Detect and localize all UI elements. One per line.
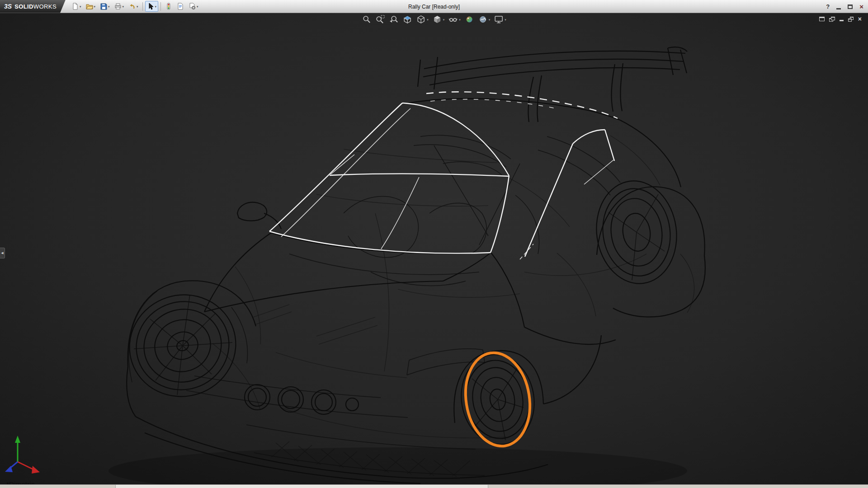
- heads-up-view-toolbar: ▾ ▾ ▾: [360, 14, 508, 25]
- model-viewport[interactable]: [0, 0, 868, 488]
- rebuild-button[interactable]: [163, 1, 174, 12]
- window-title: Rally Car [Read-only]: [408, 4, 460, 10]
- toolbar-separator: [142, 2, 143, 11]
- help-button[interactable]: ?: [826, 3, 830, 10]
- window-restore-icon[interactable]: [848, 17, 854, 22]
- print-button[interactable]: ▾: [113, 1, 126, 12]
- select-cursor-icon: [147, 3, 154, 10]
- close-button[interactable]: ×: [859, 3, 863, 10]
- featuremanager-flyout-tab[interactable]: ◀: [0, 248, 5, 258]
- rebuild-icon: [165, 3, 172, 10]
- chevron-down-icon[interactable]: ▾: [489, 18, 491, 21]
- zoom-to-area-button[interactable]: [374, 14, 386, 25]
- chevron-left-icon: ◀: [1, 251, 3, 255]
- previous-view-button[interactable]: [388, 14, 400, 25]
- chevron-down-icon[interactable]: ▾: [155, 5, 157, 8]
- display-style-cube-icon: [416, 14, 426, 24]
- titlebar: 3S SOLIDWORKS ▾ ▾ ▾: [0, 0, 868, 13]
- chevron-down-icon[interactable]: ▾: [137, 5, 138, 8]
- display-style-button[interactable]: ▾: [415, 14, 429, 25]
- section-view-button[interactable]: [401, 14, 413, 25]
- view-settings-icon: [494, 14, 504, 24]
- edit-appearance-button[interactable]: [463, 14, 475, 25]
- chevron-down-icon[interactable]: ▾: [459, 18, 461, 21]
- save-icon: [100, 3, 107, 10]
- logo-text-light: WORKS: [33, 3, 57, 10]
- status-segment: [116, 485, 488, 488]
- window-new-icon[interactable]: [819, 17, 825, 21]
- window-cascade-icon[interactable]: [829, 17, 835, 22]
- hide-show-items-button[interactable]: ▾: [447, 14, 462, 25]
- ds-logo-icon: 3S: [4, 3, 12, 10]
- main-toolbar: ▾ ▾ ▾ ▾: [66, 0, 201, 13]
- zoom-to-fit-icon: [362, 14, 372, 24]
- maximize-button[interactable]: [848, 5, 853, 9]
- options-button[interactable]: ▾: [187, 1, 200, 12]
- minimize-button[interactable]: [836, 8, 841, 9]
- file-properties-icon: [177, 3, 184, 10]
- view-orientation-cube-icon: [432, 14, 442, 24]
- section-view-icon: [402, 14, 412, 24]
- logo-text: SOLIDWORKS: [14, 3, 57, 10]
- window-minimize-icon[interactable]: [840, 20, 844, 21]
- new-document-icon: [71, 3, 79, 10]
- logo-text-bold: SOLID: [14, 3, 33, 10]
- chevron-down-icon[interactable]: ▾: [505, 18, 506, 21]
- scene-sphere-icon: [478, 14, 488, 24]
- apply-scene-button[interactable]: ▾: [477, 14, 491, 25]
- undo-button[interactable]: ▾: [127, 1, 140, 12]
- save-button[interactable]: ▾: [98, 1, 112, 12]
- appearance-ball-icon: [464, 14, 474, 24]
- view-settings-button[interactable]: ▾: [493, 14, 507, 25]
- status-bar: [0, 484, 868, 488]
- select-button[interactable]: ▾: [145, 1, 159, 12]
- chevron-down-icon[interactable]: ▾: [427, 18, 429, 21]
- solidworks-logo: 3S SOLIDWORKS: [0, 0, 66, 13]
- status-segment: [0, 485, 116, 488]
- chevron-down-icon[interactable]: ▾: [108, 5, 110, 8]
- previous-view-icon: [389, 14, 399, 24]
- print-icon: [114, 3, 122, 10]
- toolbar-separator: [160, 2, 161, 11]
- status-segment: [488, 485, 868, 488]
- document-window-controls: ×: [819, 16, 862, 22]
- chevron-down-icon[interactable]: ▾: [443, 18, 445, 21]
- open-folder-icon: [86, 3, 93, 10]
- new-document-button[interactable]: ▾: [70, 1, 83, 12]
- options-gear-icon: [189, 3, 196, 10]
- window-controls: ? ×: [826, 0, 863, 13]
- chevron-down-icon[interactable]: ▾: [94, 5, 96, 8]
- glasses-icon: [448, 14, 458, 24]
- chevron-down-icon[interactable]: ▾: [80, 5, 81, 8]
- zoom-to-area-icon: [375, 14, 385, 24]
- chevron-down-icon[interactable]: ▾: [123, 5, 124, 8]
- undo-icon: [128, 3, 136, 10]
- window-close-icon[interactable]: ×: [858, 16, 862, 22]
- view-orientation-button[interactable]: ▾: [431, 14, 446, 25]
- zoom-to-fit-button[interactable]: [361, 14, 373, 25]
- file-properties-button[interactable]: [175, 1, 186, 12]
- chevron-down-icon[interactable]: ▾: [197, 5, 198, 8]
- open-document-button[interactable]: ▾: [84, 1, 98, 12]
